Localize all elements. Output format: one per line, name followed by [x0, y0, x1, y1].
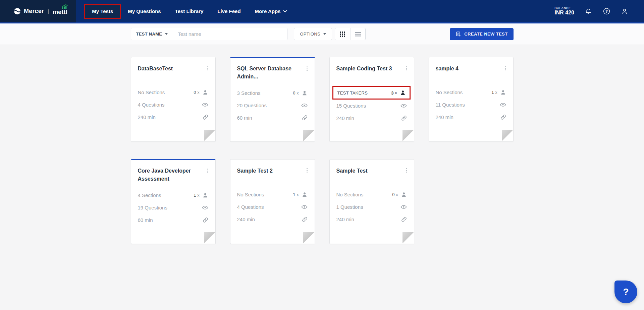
nav-item-live-feed[interactable]: Live Feed — [210, 0, 248, 23]
preview-eye-icon[interactable] — [400, 203, 407, 210]
mercer-logo[interactable]: Mercer — [13, 7, 44, 15]
share-link-icon[interactable] — [302, 115, 308, 121]
cards-grid: DataBaseTest No Sections 0 x 4 Questi — [131, 57, 514, 244]
stat-row-questions: 4 Questions — [237, 201, 308, 213]
duration-label: 240 min — [138, 114, 156, 120]
test-card-stats: 4 Sections 1 x 19 Questions — [138, 189, 209, 226]
preview-eye-icon[interactable] — [400, 102, 407, 109]
test-card[interactable]: Sample Coding Test 3 TEST TAKERS 3 x — [329, 57, 414, 142]
stat-row-takers[interactable]: No Sections 1 x — [436, 86, 506, 99]
sections-label: No Sections — [237, 192, 264, 197]
test-card[interactable]: Core Java Developer Assessment 4 Section… — [131, 159, 216, 244]
help-circle-icon[interactable]: ? — [602, 7, 610, 15]
preview-eye-icon[interactable] — [202, 101, 209, 108]
test-card-title[interactable]: Core Java Developer Assessment — [138, 167, 209, 183]
sections-label: No Sections — [436, 89, 463, 95]
notifications-bell-icon[interactable] — [584, 7, 592, 15]
stat-row-duration: 240 min — [436, 111, 506, 123]
search-input[interactable] — [173, 28, 287, 40]
mettl-logo[interactable]: mettl — [53, 7, 67, 16]
sections-label: 3 Sections — [237, 90, 261, 96]
help-fab-button[interactable]: ? — [614, 281, 637, 303]
folded-corner — [402, 232, 414, 244]
kebab-menu-icon[interactable] — [305, 65, 310, 72]
stat-row-duration: 240 min — [237, 213, 308, 226]
stat-row-takers[interactable]: TEST TAKERS 3 x — [332, 86, 411, 100]
balance-block[interactable]: BALANCE INR 420 — [554, 6, 574, 16]
test-card-title[interactable]: Sample Coding Test 3 — [336, 65, 407, 73]
stat-row-takers[interactable]: No Sections 0 x — [138, 86, 209, 99]
nav-label: My Questions — [128, 8, 161, 14]
filter-bar: TEST NAME OPTIONS — [0, 23, 644, 45]
test-takers-count: 3 — [391, 90, 393, 96]
test-card-stats: TEST TAKERS 3 x 15 Questions — [336, 86, 407, 124]
test-card-stats: No Sections 0 x 1 Questions — [336, 188, 407, 226]
test-taker-person-icon[interactable] — [301, 90, 308, 97]
nav-item-test-library[interactable]: Test Library — [168, 0, 211, 23]
nav-item-my-questions[interactable]: My Questions — [121, 0, 168, 23]
kebab-menu-icon[interactable] — [305, 167, 310, 174]
sections-label: TEST TAKERS — [337, 90, 368, 96]
nav-label: My Tests — [92, 8, 113, 14]
test-card[interactable]: Sample Test No Sections 0 x 1 Questio — [329, 159, 414, 244]
nav-item-my-tests[interactable]: My Tests — [84, 4, 121, 19]
kebab-menu-icon[interactable] — [206, 65, 210, 71]
options-dropdown-button[interactable]: OPTIONS — [294, 28, 332, 40]
share-link-icon[interactable] — [401, 115, 407, 121]
grid-view-button[interactable] — [335, 28, 350, 40]
share-link-icon[interactable] — [500, 114, 506, 120]
test-card-stats: No Sections 1 x 11 Questions — [436, 86, 506, 123]
brand-area: Mercer | mettl — [0, 0, 76, 22]
balance-label: BALANCE — [554, 6, 574, 10]
sections-label: 4 Sections — [138, 192, 161, 198]
stat-row-takers[interactable]: No Sections 0 x — [336, 188, 407, 201]
nav-label: Test Library — [175, 8, 204, 14]
user-account-icon[interactable] — [621, 7, 629, 15]
folded-corner — [303, 130, 315, 141]
kebab-menu-icon[interactable] — [503, 65, 508, 71]
kebab-menu-icon[interactable] — [404, 167, 409, 174]
test-taker-person-icon[interactable] — [500, 89, 506, 96]
test-taker-person-icon[interactable] — [399, 89, 406, 96]
nav-label: Live Feed — [217, 8, 240, 14]
test-card-title[interactable]: sample 4 — [436, 65, 506, 73]
help-fab-label: ? — [623, 287, 629, 297]
kebab-menu-icon[interactable] — [206, 168, 210, 174]
caret-down-icon — [165, 33, 168, 35]
create-new-test-button[interactable]: CREATE NEW TEST — [450, 28, 513, 40]
mercer-mark-icon — [13, 7, 21, 15]
test-card[interactable]: Sample Test 2 No Sections 1 x 4 Quest — [230, 159, 315, 244]
test-card[interactable]: sample 4 No Sections 1 x 11 Questions — [429, 57, 514, 142]
kebab-menu-icon[interactable] — [404, 65, 409, 71]
test-taker-person-icon[interactable] — [202, 192, 209, 199]
stat-row-takers[interactable]: No Sections 1 x — [237, 188, 308, 201]
nav-item-more-apps[interactable]: More Apps — [248, 0, 294, 23]
stat-row-takers[interactable]: 3 Sections 0 x — [237, 87, 308, 99]
duration-label: 240 min — [436, 114, 453, 120]
test-taker-person-icon[interactable] — [202, 89, 209, 96]
list-view-button[interactable] — [350, 28, 365, 40]
preview-eye-icon[interactable] — [202, 204, 209, 211]
share-link-icon[interactable] — [202, 114, 209, 120]
test-taker-person-icon[interactable] — [400, 191, 407, 198]
test-taker-person-icon[interactable] — [301, 191, 308, 198]
test-card-title[interactable]: SQL Server Database Admin... — [237, 65, 308, 81]
chevron-down-icon — [283, 10, 287, 13]
share-link-icon[interactable] — [401, 216, 407, 223]
share-link-icon[interactable] — [302, 216, 308, 223]
test-card-title[interactable]: DataBaseTest — [138, 65, 209, 73]
test-card[interactable]: DataBaseTest No Sections 0 x 4 Questi — [131, 57, 216, 142]
nav-label: More Apps — [255, 8, 281, 14]
test-card-title[interactable]: Sample Test — [336, 167, 407, 175]
preview-eye-icon[interactable] — [301, 203, 308, 210]
preview-eye-icon[interactable] — [499, 101, 506, 108]
search-group: TEST NAME — [131, 28, 288, 40]
preview-eye-icon[interactable] — [301, 102, 308, 109]
test-card[interactable]: SQL Server Database Admin... 3 Sections … — [230, 57, 315, 142]
search-field-selector[interactable]: TEST NAME — [131, 28, 173, 40]
share-link-icon[interactable] — [202, 217, 209, 223]
stat-row-takers[interactable]: 4 Sections 1 x — [138, 189, 209, 201]
stat-row-duration: 240 min — [336, 112, 407, 124]
test-card-title[interactable]: Sample Test 2 — [237, 167, 308, 175]
brand-separator: | — [48, 8, 49, 14]
